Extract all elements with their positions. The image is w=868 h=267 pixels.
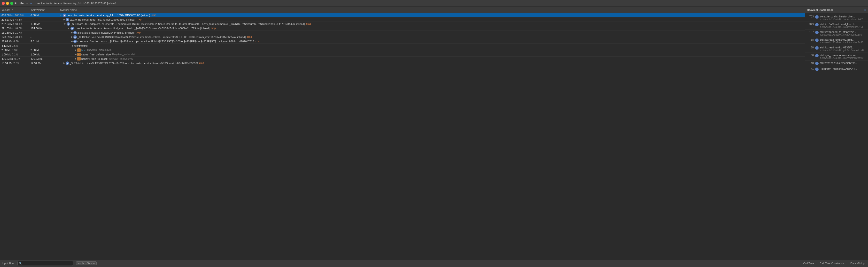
weight-cell: 426.63 Kc0.0% [0, 57, 29, 61]
data-mining-tab[interactable]: Data Mining [849, 261, 866, 265]
collapse-arrow[interactable]: ▼ [67, 27, 70, 30]
expand-arrow[interactable]: ▶ [63, 18, 65, 21]
table-row[interactable]: 291.03 Mc48.0%174.56 Kc▼◉core::iter::tra… [0, 26, 805, 31]
self-weight-cell: - [29, 31, 58, 35]
table-row[interactable]: 426.63 Kc0.0%426.63 Kc▶▪nanov2_free_to_b… [0, 57, 805, 61]
table-row[interactable]: 1.00 Mc0.1%1.00 Mc▶▪szone_free_definite_… [0, 52, 805, 57]
stack-icon [815, 46, 818, 49]
symbol-name: alloc::alloc::dealloc::h9accf29484c5f8b7… [78, 31, 134, 34]
symbol-name: std::io::BufRead::read_line::h3afc601de9… [70, 18, 135, 21]
expand-arrow[interactable]: ▶ [75, 48, 77, 52]
table-row[interactable]: 293.23 Mc48.3%-▶◉std::io::BufRead::read_… [0, 18, 805, 22]
right-panel-header: Heaviest Stack Trace ≡ [805, 7, 868, 13]
self-weight-cell: 5.81 Mc [29, 39, 58, 43]
user-icon: ◉ [63, 13, 66, 17]
expand-arrow[interactable]: ▶ [75, 57, 77, 60]
stack-path: rustc/aedd173a2c0.../src/io/mod.rs:380 [820, 33, 866, 36]
stack-text: std::io::BufRead::read_line::h... rustc/… [820, 23, 866, 28]
filter-input[interactable] [23, 262, 71, 265]
stack-count: 48 [807, 62, 814, 64]
table-row[interactable]: 13.94 Mc2.3%12.94 Mc▶◉_$LT$std..io..Line… [0, 61, 805, 65]
stack-icon [815, 23, 818, 26]
maximize-button[interactable] [10, 2, 13, 5]
weight-cell: 123.69 Mc20.4% [0, 35, 29, 39]
self-weight-cell: - [29, 18, 58, 22]
stack-item[interactable]: 50 std::sys_common::memchr::m... rustc/a… [805, 53, 868, 61]
stack-text: core::iter::traits::iterator::Iter... ru… [820, 15, 866, 21]
expand-arrow[interactable]: ▶ [71, 35, 73, 38]
stack-item[interactable]: 48 std::sys::pal::unix::memchr::m... [805, 61, 868, 66]
table-row[interactable]: 131.80 Mc21.7%-▶◉alloc::alloc::dealloc::… [0, 31, 805, 35]
symbol-name-column-header[interactable]: Symbol Name [58, 7, 805, 13]
collapse-arrow[interactable]: ▼ [63, 23, 66, 25]
expand-arrow[interactable]: ▶ [63, 62, 65, 65]
table-body: 606.08 Mc100.0%6.88 Mc▼◉core::iter::trai… [0, 13, 805, 259]
stack-list: 703 core::iter::traits::iterator::Iter..… [805, 13, 868, 259]
stack-count: 68 [807, 38, 814, 41]
search-icon: 🔍 [19, 262, 22, 265]
call-tree-tab[interactable]: Call Tree [802, 261, 815, 265]
expand-arrow[interactable]: ▶ [75, 53, 77, 56]
stack-count: 41 [807, 67, 814, 70]
window-controls[interactable] [2, 2, 13, 5]
table-row[interactable]: 123.69 Mc20.4%-▶◉_$LT$alloc..vec..Vec$LT… [0, 35, 805, 39]
symbol-name: free [82, 49, 86, 52]
involves-symbol-tag[interactable]: Involves Symbol [76, 261, 97, 265]
tag-lib: libsystem_malloc.dylib [112, 53, 136, 56]
stack-item[interactable]: 68 std::io::read_until::h0233ff3... rust… [805, 45, 868, 53]
call-tree-constraints-tab[interactable]: Call Tree Constraints [818, 261, 846, 265]
profile-label: Profile [14, 2, 24, 5]
tag-lib: libsystem_malloc.dylib [109, 57, 133, 60]
panel-options-icon[interactable]: ≡ [864, 8, 866, 12]
table-row[interactable]: 606.08 Mc100.0%6.88 Mc▼◉core::iter::trai… [0, 13, 805, 18]
filter-input-wrap[interactable]: 🔍 [18, 261, 73, 266]
stack-count: 68 [807, 46, 814, 49]
symbol-cell: ▼◉core::iter::traits::iterator::Iterator… [58, 13, 805, 17]
symbol-name: core::ops::function::impls::_$LT$impl$u2… [78, 40, 254, 43]
self-weight-column-header[interactable]: Self Weight [29, 7, 58, 13]
self-weight-cell: 1.00 Mc [29, 52, 58, 57]
stack-text: std::io::read_until::h0233ff3... rustc/a… [820, 46, 866, 52]
user-icon: ◉ [73, 35, 77, 39]
tag-crap: crap [247, 36, 252, 38]
table-row[interactable]: 4.13 Mc0.6%-▼0xfffffffffffffe [0, 43, 805, 48]
stack-path: rustc/aedd173a2c0.../src/io/mod.rs:2486 [820, 41, 866, 44]
stack-item[interactable]: 41 _platform_memchr$VARIANT... [805, 66, 868, 72]
symbol-cell: ▼◉core::iter::traits::iterator::Iterator… [58, 26, 805, 30]
stack-text: std::io::read_until::h0233ff3... rustc/a… [820, 38, 866, 44]
minimize-button[interactable] [6, 2, 9, 5]
stack-item[interactable]: 68 std::io::read_until::h0233ff3... rust… [805, 37, 868, 45]
collapse-arrow[interactable]: ▼ [71, 44, 74, 47]
panel-title: Heaviest Stack Trace [807, 8, 833, 11]
self-weight-cell: 1.00 Mc [29, 22, 58, 26]
stack-text: _platform_memchr$VARIANT... [820, 67, 866, 70]
stack-count: 703 [807, 15, 814, 18]
close-button[interactable] [2, 2, 5, 5]
stack-item[interactable]: 349 std::io::BufRead::read_line::h... ru… [805, 22, 868, 30]
user-icon: ◉ [70, 27, 74, 30]
stack-path: rustc/aedd173a2c0.../mon/memchr.rs:30 [820, 57, 866, 59]
table-row[interactable]: 27.82 Mc4.5%5.81 Mc▶◉core::ops::function… [0, 39, 805, 43]
user-icon: ◉ [66, 18, 69, 21]
table-header: Weight ▼ Self Weight Symbol Name [0, 7, 805, 13]
weight-column-header[interactable]: Weight ▼ [0, 7, 29, 13]
symbol-cell: ▼◉_$LT$core..iter..adapters..enumerate..… [58, 22, 805, 26]
expand-arrow[interactable]: ▶ [71, 40, 73, 43]
weight-cell: 13.94 Mc2.3% [0, 61, 29, 65]
stack-item[interactable]: 167 std::io::append_to_string::h2... rus… [805, 30, 868, 37]
self-weight-cell: 12.94 Mc [29, 61, 58, 65]
stack-name: std::sys::pal::unix::memchr::m... [820, 62, 866, 64]
table-row[interactable]: 2.00 Mc0.3%2.00 Mc▶▪freelibsystem_malloc… [0, 48, 805, 52]
stack-item[interactable]: 703 core::iter::traits::iterator::Iter..… [805, 14, 868, 22]
stack-name: std::sys_common::memchr::m... [820, 54, 866, 57]
symbol-cell: ▶◉std::io::BufRead::read_line::h3afc601d… [58, 18, 805, 22]
tag-crap: crap [137, 18, 142, 21]
box-icon: ▪ [77, 53, 81, 56]
tag-crap: crap [211, 27, 216, 30]
window-title: core::iter::traits::iterator::Iterator::… [35, 2, 117, 5]
expand-arrow[interactable]: ▶ [71, 31, 73, 34]
collapse-arrow[interactable]: ▼ [60, 14, 62, 17]
table-row[interactable]: 292.03 Mc48.1%1.00 Mc▼◉_$LT$core..iter..… [0, 22, 805, 26]
stack-path: rustc/aedd173a2c0.../src/io/mod.rs:2461 [820, 26, 866, 28]
main-area: Weight ▼ Self Weight Symbol Name 606.08 … [0, 7, 868, 259]
